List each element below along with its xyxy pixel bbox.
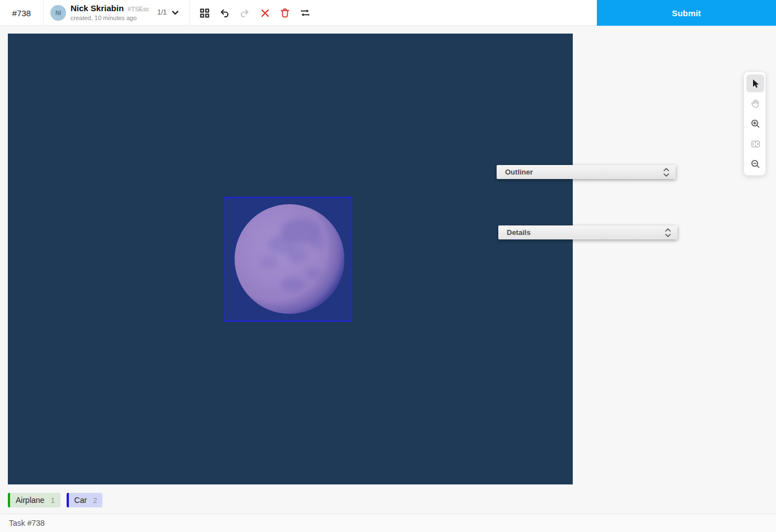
transfer-icon[interactable] <box>300 8 310 18</box>
avatar[interactable]: NI <box>50 5 66 21</box>
fit-screen-icon[interactable] <box>746 135 764 153</box>
outliner-panel[interactable]: Outliner <box>497 165 676 179</box>
grid-view-icon[interactable] <box>199 8 209 18</box>
details-panel[interactable]: Details <box>498 225 677 239</box>
outliner-panel-title: Outliner <box>497 168 662 176</box>
task-id: #738 <box>0 0 44 26</box>
annotation-app: #738 NI Nick Skriabin #TSEsc created, 10… <box>0 0 776 532</box>
footer-bar: Task #738 <box>0 514 776 532</box>
bounding-box-region[interactable] <box>225 197 352 322</box>
label-text: Car <box>74 496 87 505</box>
zoom-out-icon[interactable] <box>746 155 764 173</box>
label-color-bar <box>67 493 69 507</box>
label-hotkey: 2 <box>93 496 97 505</box>
submit-button[interactable]: Submit <box>597 0 776 26</box>
cancel-icon[interactable] <box>260 8 270 18</box>
hand-icon[interactable] <box>746 95 764 112</box>
chevron-down-icon[interactable] <box>170 8 180 18</box>
trash-icon[interactable] <box>280 8 290 18</box>
label-hotkey: 1 <box>50 496 54 505</box>
tool-palette <box>744 72 766 176</box>
label-airplane[interactable]: Airplane 1 <box>8 493 60 507</box>
user-info: Nick Skriabin #TSEsc created, 10 minutes… <box>71 3 149 22</box>
undo-icon[interactable] <box>219 8 230 18</box>
panel-expand-collapse-icon[interactable] <box>662 167 671 178</box>
annotation-toolbar <box>199 0 310 26</box>
header-bar: #738 NI Nick Skriabin #TSEsc created, 10… <box>0 0 776 26</box>
annotation-pager: 1/1 <box>157 8 167 16</box>
label-car[interactable]: Car 2 <box>67 493 103 507</box>
redo-icon[interactable] <box>240 8 250 18</box>
cursor-icon[interactable] <box>746 74 764 92</box>
zoom-in-icon[interactable] <box>746 115 764 133</box>
user-name: Nick Skriabin <box>71 3 124 14</box>
image-canvas[interactable] <box>8 34 573 484</box>
header-divider <box>189 0 190 26</box>
label-selector: Airplane 1 Car 2 <box>8 493 102 507</box>
label-color-bar <box>8 493 10 507</box>
details-panel-title: Details <box>498 228 664 237</box>
user-tag: #TSEsc <box>128 6 149 13</box>
created-timestamp: created, 10 minutes ago <box>71 15 149 22</box>
label-text: Airplane <box>16 496 44 505</box>
panel-expand-collapse-icon[interactable] <box>664 227 673 238</box>
footer-task-label: Task #738 <box>0 519 45 528</box>
